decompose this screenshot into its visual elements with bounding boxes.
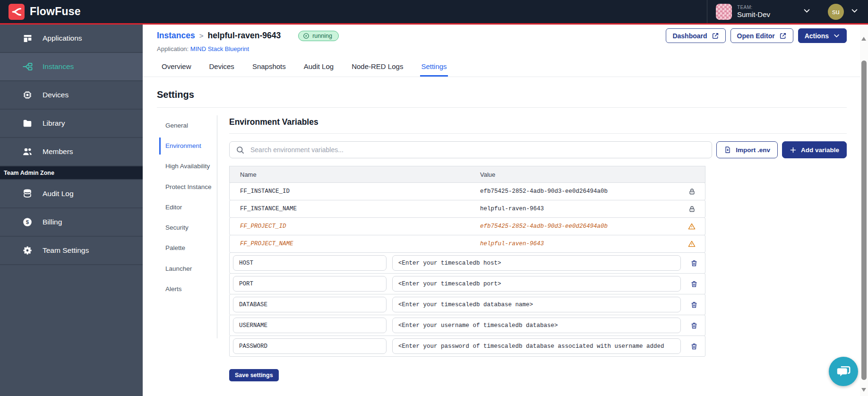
subnav-editor[interactable]: Editor	[159, 199, 212, 216]
env-value: efb75425-2852-4adb-90d3-ee0d26494a0b	[480, 223, 679, 230]
plus-icon	[790, 146, 797, 154]
library-icon	[22, 118, 33, 129]
env-value-input[interactable]	[392, 318, 681, 333]
open-editor-button[interactable]: Open Editor	[730, 28, 793, 43]
subnav-launcher[interactable]: Launcher	[159, 260, 212, 277]
breadcrumb: Instances > helpful-raven-9643 running	[157, 31, 339, 41]
sidebar-item-devices[interactable]: Devices	[0, 81, 143, 110]
chat-widget-button[interactable]	[829, 357, 858, 386]
sidebar-item-team-settings[interactable]: Team Settings	[0, 237, 143, 265]
tab-settings[interactable]: Settings	[420, 60, 447, 77]
subnav-environment[interactable]: Environment	[159, 138, 212, 155]
env-value-input[interactable]	[392, 338, 681, 354]
env-value-input[interactable]	[392, 297, 681, 312]
env-name: FF_PROJECT_ID	[230, 223, 480, 230]
trash-icon[interactable]	[687, 343, 702, 350]
sidebar-item-label: Devices	[43, 91, 69, 99]
dashboard-button[interactable]: Dashboard	[666, 28, 725, 43]
subnav-protect-instance[interactable]: Protect Instance	[159, 179, 212, 196]
subnav-general[interactable]: General	[159, 117, 212, 134]
import-env-button[interactable]: Import .env	[716, 141, 778, 158]
subnav-high-availability[interactable]: High Availability	[159, 158, 212, 175]
warning-icon	[679, 223, 705, 230]
tab-snapshots[interactable]: Snapshots	[251, 60, 287, 77]
env-search	[229, 141, 712, 158]
tab-node-red-logs[interactable]: Node-RED Logs	[351, 60, 404, 77]
env-value-input[interactable]	[392, 255, 681, 271]
trash-icon[interactable]	[687, 322, 702, 329]
billing-icon: $	[22, 216, 33, 228]
search-icon	[236, 146, 245, 155]
env-name-input[interactable]	[233, 338, 387, 354]
sidebar-item-label: Billing	[43, 218, 62, 226]
env-value-input[interactable]	[392, 276, 681, 292]
tab-overview[interactable]: Overview	[161, 60, 192, 77]
instance-header: Instances > helpful-raven-9643 running D…	[143, 25, 860, 52]
search-input[interactable]	[249, 146, 705, 154]
table-row	[229, 252, 705, 274]
user-menu[interactable]: su	[819, 4, 860, 20]
table-row: FF_PROJECT_NAME helpful-raven-9643	[229, 235, 705, 253]
sidebar-item-applications[interactable]: Applications	[0, 25, 143, 53]
table-row	[229, 336, 705, 357]
sidebar-item-instances[interactable]: Instances	[0, 53, 143, 81]
brand-name: FlowFuse	[30, 5, 81, 18]
application-link[interactable]: MIND Stack Blueprint	[190, 45, 249, 52]
env-name-input[interactable]	[233, 255, 387, 271]
env-name-input[interactable]	[233, 297, 387, 312]
subnav-security[interactable]: Security	[159, 219, 212, 236]
table-header: Name Value	[229, 166, 705, 183]
subnav-alerts[interactable]: Alerts	[159, 281, 212, 298]
flowfuse-logo-icon	[9, 4, 25, 20]
instance-tabs: Overview Devices Snapshots Audit Log Nod…	[143, 60, 860, 77]
trash-icon[interactable]	[687, 301, 702, 309]
tab-audit-log[interactable]: Audit Log	[303, 60, 335, 77]
sidebar-item-members[interactable]: Members	[0, 138, 143, 166]
environment-variables-panel: Environment Variables Import .env	[217, 115, 847, 381]
env-value: helpful-raven-9643	[480, 241, 679, 247]
env-name: FF_INSTANCE_ID	[230, 188, 480, 195]
user-avatar: su	[828, 4, 844, 20]
actions-button-label: Actions	[805, 32, 829, 40]
flowfuse-logo[interactable]: FlowFuse	[9, 4, 81, 20]
subnav-palette[interactable]: Palette	[159, 240, 212, 257]
dashboard-button-label: Dashboard	[672, 32, 707, 40]
application-label: Application:	[157, 45, 189, 52]
team-selector[interactable]: TEAM: Sumit-Dev	[707, 0, 819, 23]
lock-icon	[679, 206, 705, 213]
open-editor-button-label: Open Editor	[737, 32, 775, 40]
scrollbar-up-arrow[interactable]	[861, 37, 866, 41]
env-value: helpful-raven-9643	[480, 206, 679, 212]
tab-devices[interactable]: Devices	[208, 60, 235, 77]
settings-subnav: General Environment High Availability Pr…	[159, 115, 212, 381]
scrollbar-down-arrow[interactable]	[861, 388, 866, 392]
column-header-value: Value	[480, 171, 705, 178]
team-avatar	[716, 4, 732, 20]
column-header-name: Name	[230, 171, 480, 178]
breadcrumb-instances-link[interactable]: Instances	[157, 31, 195, 41]
main-content: Instances > helpful-raven-9643 running D…	[143, 25, 860, 396]
env-name-input[interactable]	[233, 276, 387, 292]
table-row	[229, 273, 705, 294]
actions-button[interactable]: Actions	[798, 28, 847, 43]
save-settings-button[interactable]: Save settings	[229, 369, 279, 381]
flowfuse-app: FlowFuse TEAM: Sumit-Dev su	[0, 0, 868, 396]
members-icon	[22, 146, 33, 157]
env-name-input[interactable]	[233, 318, 387, 333]
table-row	[229, 315, 705, 336]
trash-icon[interactable]	[687, 280, 702, 288]
scrollbar-thumb[interactable]	[861, 60, 867, 380]
env-variables-table: Name Value FF_INSTANCE_ID efb75425-2852-…	[229, 166, 705, 357]
chevron-down-icon	[803, 7, 811, 17]
settings-title: Settings	[157, 89, 847, 108]
env-name: FF_INSTANCE_NAME	[230, 206, 480, 212]
status-badge-label: running	[312, 33, 332, 39]
sidebar-item-billing[interactable]: $ Billing	[0, 208, 143, 237]
add-variable-label: Add variable	[801, 146, 839, 154]
trash-icon[interactable]	[687, 259, 702, 267]
chevron-down-icon	[833, 32, 840, 39]
sidebar-item-audit-log[interactable]: Audit Log	[0, 180, 143, 208]
lock-icon	[679, 188, 705, 195]
sidebar-item-library[interactable]: Library	[0, 110, 143, 138]
add-variable-button[interactable]: Add variable	[782, 141, 847, 158]
